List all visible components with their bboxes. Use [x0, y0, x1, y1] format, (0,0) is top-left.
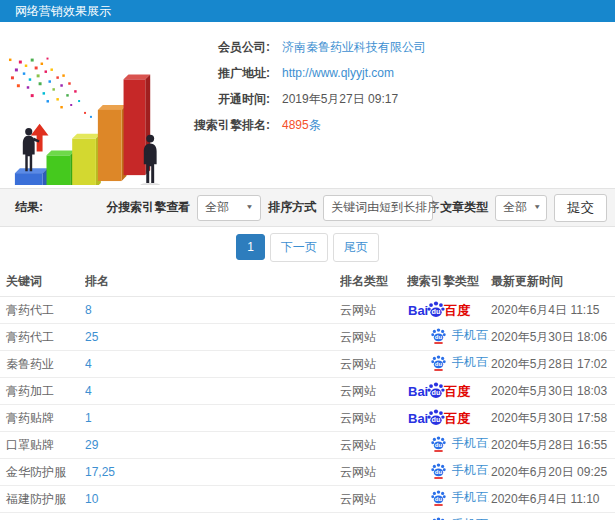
article-type-value: 全部	[503, 199, 527, 216]
rank-type-cell: 云网站	[340, 437, 407, 454]
rank-count-number: 4895	[282, 118, 309, 132]
engine-cell: Baidu百度	[407, 300, 489, 320]
mobile-baidu-logo: du手机百度	[431, 516, 489, 520]
rank-cell[interactable]: 29	[85, 438, 340, 452]
engine-cell: du手机百度	[407, 489, 489, 509]
mobile-baidu-label: 手机百度	[452, 327, 489, 344]
svg-text:du: du	[435, 496, 443, 502]
page-title: 网络营销效果展示	[15, 4, 111, 18]
keyword-cell: 秦鲁药业	[0, 356, 85, 373]
article-type-select[interactable]: 全部 ▼	[495, 195, 547, 221]
rank-count-label: 搜索引擎排名:	[178, 117, 270, 134]
results-table: 关键词 排名 排名类型 搜索引擎类型 最新更新时间 膏药代工8云网站Baidu百…	[0, 267, 615, 520]
baidu-paw-icon: du	[431, 327, 446, 344]
window-titlebar: 网络营销效果展示	[0, 0, 615, 22]
engine-cell: du手机百度	[407, 354, 489, 374]
table-row: du手机百度	[0, 513, 615, 520]
company-info: 会员公司: 济南秦鲁药业科技有限公司 推广地址: http://www.qlyy…	[178, 22, 426, 188]
svg-text:du: du	[435, 469, 443, 475]
baidu-paw-icon: du	[431, 462, 446, 479]
header-engine-type: 搜索引擎类型	[407, 273, 489, 290]
mobile-baidu-label: 手机百度	[452, 462, 489, 479]
promo-url-label: 推广地址:	[178, 65, 270, 82]
engine-cell: du手机百度	[407, 327, 489, 347]
info-row-company: 会员公司: 济南秦鲁药业科技有限公司	[178, 34, 426, 60]
chevron-down-icon: ▼	[245, 204, 253, 211]
rank-cell[interactable]: 1	[85, 411, 340, 425]
table-row: 膏药贴牌1云网站Baidu百度2020年5月30日 17:58	[0, 405, 615, 432]
svg-text:du: du	[432, 308, 441, 317]
rank-type-cell: 云网站	[340, 302, 407, 319]
bar-yellow	[72, 134, 101, 185]
updated-cell: 2020年5月28日 17:02	[489, 356, 615, 373]
baidu-paw-icon: du	[431, 435, 446, 452]
baidu-paw-icon: du	[427, 300, 445, 320]
rank-cell[interactable]: 25	[85, 330, 340, 344]
baidu-paw-icon: du	[431, 354, 446, 371]
open-time-value: 2019年5月27日 09:17	[282, 91, 398, 108]
table-body: 膏药代工8云网站Baidu百度2020年6月4日 11:15膏药代工25云网站d…	[0, 297, 615, 520]
mobile-baidu-logo: du手机百度	[431, 462, 489, 479]
sort-filter-select[interactable]: 关键词由短到长排序 ▼	[323, 195, 433, 221]
sort-filter-value: 关键词由短到长排序	[331, 199, 439, 216]
baidu-logo: Baidu百度	[408, 381, 470, 401]
rank-cell[interactable]: 4	[85, 357, 340, 371]
page-1-button[interactable]: 1	[236, 234, 265, 260]
header-rank-type: 排名类型	[340, 273, 407, 290]
baidu-logo: Baidu百度	[408, 408, 470, 428]
updated-cell: 2020年5月30日 17:58	[489, 410, 615, 427]
mobile-baidu-logo: du手机百度	[431, 435, 489, 452]
table-row: 口罩贴牌29云网站du手机百度2020年5月28日 16:55	[0, 432, 615, 459]
svg-text:du: du	[435, 334, 443, 340]
mobile-baidu-label: 手机百度	[452, 354, 489, 371]
mobile-baidu-logo: du手机百度	[431, 489, 489, 506]
chevron-down-icon: ▼	[533, 204, 541, 211]
engine-cell: Baidu百度	[407, 408, 489, 428]
svg-text:du: du	[435, 361, 443, 367]
next-page-button[interactable]: 下一页	[270, 233, 328, 262]
updated-cell: 2020年5月30日 18:06	[489, 329, 615, 346]
table-header-row: 关键词 排名 排名类型 搜索引擎类型 最新更新时间	[0, 267, 615, 297]
keyword-cell: 口罩贴牌	[0, 437, 85, 454]
header-updated: 最新更新时间	[489, 273, 615, 290]
baidu-paw-icon: du	[431, 489, 446, 506]
bar-green	[47, 150, 76, 185]
engine-cell: du手机百度	[407, 435, 489, 455]
chevron-down-icon: ▼	[445, 204, 453, 211]
mobile-baidu-label: 手机百度	[452, 435, 489, 452]
keyword-cell: 膏药贴牌	[0, 410, 85, 427]
rank-cell[interactable]: 8	[85, 303, 340, 317]
rank-type-cell: 云网站	[340, 410, 407, 427]
table-row: 膏药代工25云网站du手机百度2020年5月30日 18:06	[0, 324, 615, 351]
engine-cell: du手机百度	[407, 516, 489, 520]
confetti-dots	[9, 58, 92, 118]
updated-cell: 2020年6月20日 09:25	[489, 464, 615, 481]
rank-cell[interactable]: 10	[85, 492, 340, 506]
keyword-cell: 膏药代工	[0, 329, 85, 346]
baidu-paw-icon: du	[427, 381, 445, 401]
table-row: 秦鲁药业4云网站du手机百度2020年5月28日 17:02	[0, 351, 615, 378]
company-name-link[interactable]: 济南秦鲁药业科技有限公司	[282, 39, 426, 56]
engine-filter-select[interactable]: 全部 ▼	[197, 195, 261, 221]
summary-panel: 会员公司: 济南秦鲁药业科技有限公司 推广地址: http://www.qlyy…	[0, 22, 615, 188]
engine-filter-label: 分搜索引擎查看	[106, 199, 190, 216]
promo-url-link[interactable]: http://www.qlyyjt.com	[282, 66, 394, 80]
baidu-logo: Baidu百度	[408, 300, 470, 320]
rank-cell[interactable]: 4	[85, 384, 340, 398]
filter-controls: 分搜索引擎查看 全部 ▼ 排序方式 关键词由短到长排序 ▼ 文章类型 全部 ▼ …	[106, 194, 607, 222]
last-page-button[interactable]: 尾页	[333, 233, 379, 262]
chart-illustration-container	[0, 22, 178, 188]
baidu-paw-icon: du	[427, 408, 445, 428]
baidu-paw-icon: du	[431, 516, 446, 520]
updated-cell: 2020年6月4日 11:15	[489, 302, 615, 319]
engine-cell: du手机百度	[407, 462, 489, 482]
mobile-baidu-logo: du手机百度	[431, 327, 489, 344]
keyword-cell: 膏药加工	[0, 383, 85, 400]
rank-cell[interactable]: 17,25	[85, 465, 340, 479]
svg-text:du: du	[432, 389, 441, 398]
rank-type-cell: 云网站	[340, 356, 407, 373]
submit-button[interactable]: 提交	[554, 194, 607, 222]
rank-count-unit: 条	[309, 118, 321, 132]
engine-filter-value: 全部	[205, 199, 229, 216]
table-row: 金华防护服17,25云网站du手机百度2020年6月20日 09:25	[0, 459, 615, 486]
